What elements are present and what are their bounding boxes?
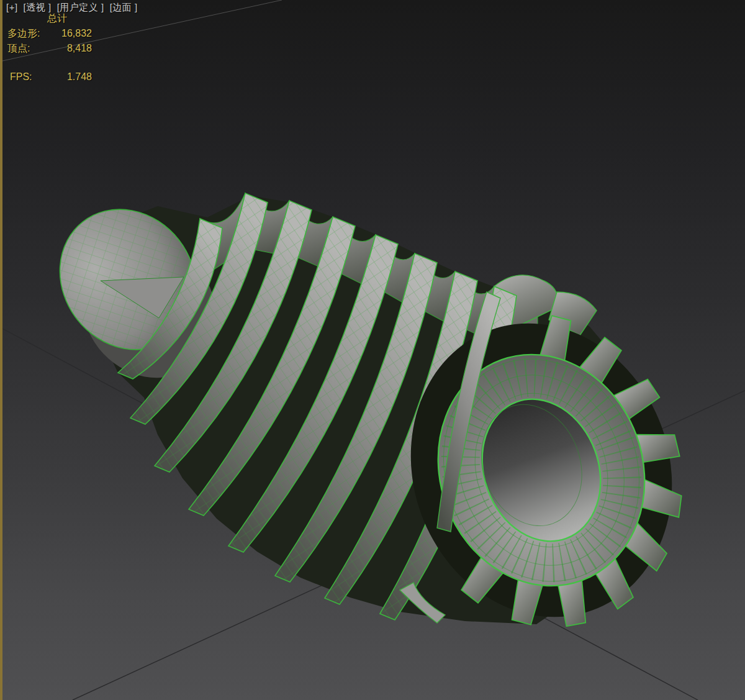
- vertices-label: 顶点:: [7, 41, 30, 56]
- polygons-value: 16,832: [61, 26, 92, 41]
- statistics-fps-row: FPS: 1.748: [7, 70, 92, 84]
- statistics-overlay: 总计 多边形: 16,832 顶点: 8,418 FPS: 1.748: [7, 11, 92, 84]
- statistics-polygons-row: 多边形: 16,832: [7, 26, 92, 41]
- viewport[interactable]: [+][透视 ][用户定义 ][边面 ] 总计 多边形: 16,832 顶点: …: [0, 0, 745, 700]
- fps-label: FPS:: [10, 70, 32, 84]
- viewport-canvas[interactable]: [2, 0, 745, 700]
- statistics-title: 总计: [47, 11, 92, 26]
- vertices-value: 8,418: [67, 41, 92, 56]
- gear-model[interactable]: [32, 182, 724, 663]
- fps-value: 1.748: [67, 70, 92, 84]
- viewport-shading-menu[interactable]: [边面 ]: [110, 2, 138, 12]
- polygons-label: 多边形:: [7, 26, 40, 41]
- statistics-vertices-row: 顶点: 8,418: [7, 41, 92, 56]
